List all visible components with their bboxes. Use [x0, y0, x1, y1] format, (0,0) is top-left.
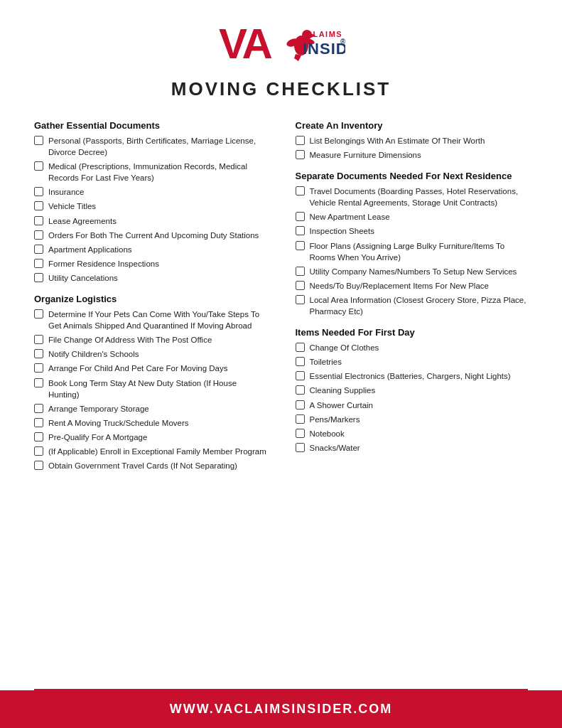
checkbox[interactable] [296, 136, 305, 145]
checkbox[interactable] [296, 150, 305, 159]
checkbox[interactable] [296, 186, 305, 196]
page: VA [0, 0, 562, 728]
checkbox[interactable] [296, 414, 305, 424]
checklist-inventory: List Belongings With An Estimate Of Thei… [296, 135, 529, 161]
left-column: Gather Essential Documents Personal (Pas… [34, 120, 281, 675]
list-item: Obtain Government Travel Cards (If Not S… [34, 460, 267, 471]
list-item: Measure Furniture Dimensions [296, 149, 529, 161]
list-item: Apartment Applications [34, 244, 267, 255]
checkbox[interactable] [296, 385, 305, 395]
content: Gather Essential Documents Personal (Pas… [0, 120, 562, 682]
list-item: Arrange For Child And Pet Care For Movin… [34, 363, 267, 374]
checklist-gather: Personal (Passports, Birth Certificates,… [34, 135, 267, 284]
checkbox[interactable] [34, 259, 43, 268]
list-item: Notify Children's Schools [34, 348, 267, 360]
list-item: Rent A Moving Truck/Schedule Movers [34, 417, 267, 429]
checkbox[interactable] [34, 418, 43, 427]
list-item: Snacks/Water [296, 442, 529, 454]
checkbox[interactable] [34, 309, 43, 318]
list-item: Orders For Both The Current And Upcoming… [34, 230, 267, 241]
checkbox[interactable] [34, 245, 43, 254]
list-item: Utility Company Names/Numbers To Setup N… [296, 266, 529, 277]
list-item: File Change Of Address With The Post Off… [34, 334, 267, 346]
list-item: Utility Cancelations [34, 272, 267, 284]
section-title-documents: Separate Documents Needed For Next Resid… [296, 171, 529, 181]
checkbox[interactable] [296, 267, 305, 276]
list-item: Floor Plans (Assigning Large Bulky Furni… [296, 240, 529, 263]
checkbox[interactable] [296, 443, 305, 452]
checkbox[interactable] [296, 295, 305, 304]
checkbox[interactable] [34, 136, 43, 145]
logo: VA [217, 17, 345, 65]
checkbox[interactable] [34, 404, 43, 413]
list-item: Former Residence Inspections [34, 258, 267, 269]
list-item: Book Long Term Stay At New Duty Station … [34, 378, 267, 400]
checkbox[interactable] [34, 273, 43, 282]
list-item: Lease Agreements [34, 215, 267, 227]
checkbox[interactable] [34, 432, 43, 441]
section-title-firstday: Items Needed For First Day [296, 327, 529, 338]
checkbox[interactable] [296, 429, 305, 438]
checkbox[interactable] [34, 461, 43, 470]
checkbox[interactable] [296, 371, 305, 380]
list-item: Change Of Clothes [296, 342, 529, 353]
list-item: Pens/Markers [296, 414, 529, 425]
checkbox[interactable] [34, 187, 43, 196]
list-item: Vehicle Titles [34, 200, 267, 212]
checkbox[interactable] [34, 201, 43, 210]
logo-svg: VA [217, 17, 345, 65]
checkbox[interactable] [296, 281, 305, 290]
checkbox[interactable] [34, 378, 43, 387]
checkbox[interactable] [34, 363, 43, 373]
checklist-firstday: Change Of Clothes Toiletries Essential E… [296, 342, 529, 454]
checkbox[interactable] [296, 212, 305, 221]
list-item: Toiletries [296, 356, 529, 368]
list-item: Determine If Your Pets Can Come With You… [34, 309, 267, 331]
list-item: Needs/To Buy/Replacement Items For New P… [296, 280, 529, 291]
list-item: List Belongings With An Estimate Of Thei… [296, 135, 529, 146]
footer-url: WWW.VACLAIMSINSIDER.COM [170, 702, 393, 717]
list-item: Medical (Prescriptions, Immunization Rec… [34, 161, 267, 183]
checklist-documents: Travel Documents (Boarding Passes, Hotel… [296, 186, 529, 317]
checkbox[interactable] [296, 343, 305, 352]
checkbox[interactable] [34, 230, 43, 240]
svg-text:VA: VA [219, 20, 272, 65]
checkbox[interactable] [34, 335, 43, 344]
list-item: (If Applicable) Enroll in Exceptional Fa… [34, 446, 267, 457]
list-item: Personal (Passports, Birth Certificates,… [34, 135, 267, 158]
checkbox[interactable] [296, 357, 305, 366]
checkbox[interactable] [34, 161, 43, 171]
section-title-inventory: Create An Inventory [296, 120, 529, 131]
checkbox[interactable] [34, 349, 43, 358]
list-item: Local Area Information (Closest Grocery … [296, 294, 529, 317]
list-item: Insurance [34, 186, 267, 198]
list-item: Pre-Qualify For A Mortgage [34, 432, 267, 443]
checkbox[interactable] [34, 216, 43, 225]
list-item: Travel Documents (Boarding Passes, Hotel… [296, 186, 529, 208]
section-title-logistics: Organize Logistics [34, 294, 267, 304]
svg-text:INSIDER: INSIDER [303, 40, 345, 58]
list-item: Cleaning Supplies [296, 385, 529, 396]
list-item: Arrange Temporary Storage [34, 403, 267, 414]
checkbox[interactable] [34, 446, 43, 456]
svg-text:®: ® [340, 38, 345, 46]
checkbox[interactable] [296, 400, 305, 410]
logo-container: VA [217, 17, 345, 65]
list-item: Inspection Sheets [296, 225, 529, 237]
right-column: Create An Inventory List Belongings With… [281, 120, 529, 675]
list-item: A Shower Curtain [296, 400, 529, 411]
checkbox[interactable] [296, 241, 305, 250]
list-item: New Apartment Lease [296, 211, 529, 223]
list-item: Notebook [296, 428, 529, 439]
list-item: Essential Electronics (Batteries, Charge… [296, 370, 529, 382]
checkbox[interactable] [296, 226, 305, 235]
section-title-gather: Gather Essential Documents [34, 120, 267, 131]
page-title: MOVING CHECKLIST [171, 78, 391, 100]
checklist-logistics: Determine If Your Pets Can Come With You… [34, 309, 267, 471]
footer: WWW.VACLAIMSINSIDER.COM [0, 690, 562, 728]
svg-text:CLAIMS: CLAIMS [306, 30, 342, 38]
header: VA [0, 0, 562, 120]
